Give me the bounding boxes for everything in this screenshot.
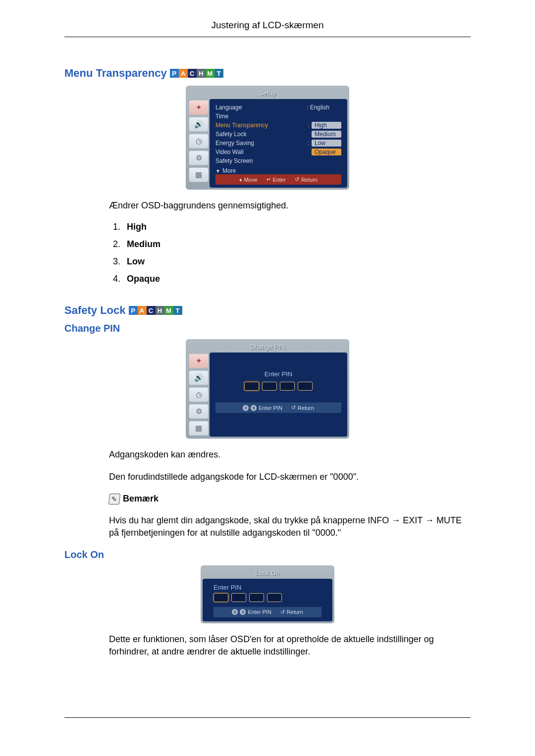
sidebar-setup-icon: ⚙ [189,404,209,419]
heading-text: Menu Transparency [64,67,167,80]
badge-m: M [206,69,214,78]
footer-move: ♦ Move [239,176,258,183]
pin-box[interactable] [214,593,228,602]
subheading-change-pin: Change PIN [64,323,471,334]
opt-high: High [312,122,341,129]
enter-pin-label: Enter PIN [214,584,321,591]
badge-p: P [170,69,179,78]
footer-enter-pin: 09 Enter PIN [232,609,271,615]
menu-transparency-body: Ændrer OSD-baggrundens gennemsigtighed. [109,200,471,212]
list-item: High [123,222,471,232]
osd-sidebar: ✦ 🔊 ◷ ⚙ ▦ [188,99,210,188]
badge-t: T [173,306,182,315]
page-header: Justering af LCD-skærmen [64,20,471,37]
change-pin-body2: Den forudindstillede adgangskode for LCD… [109,471,471,483]
osd-setup-title: Setup [188,88,347,99]
badge-c: C [147,306,156,315]
sidebar-timer-icon: ◷ [189,387,209,402]
osd-change-pin: Change PIN ✦ 🔊 ◷ ⚙ ▦ Enter PIN 09 Enter … [186,339,349,439]
sidebar-picture-icon: ✦ [189,353,209,368]
footer-enter-pin: 09 Enter PIN [243,404,282,411]
sidebar-picture2-icon: ▦ [189,421,209,436]
sidebar-sound-icon: 🔊 [189,117,209,132]
footer-return: ↺ Return [295,176,318,183]
row-safety-screen: Safety Screen [215,157,341,164]
footer-return: ↺ Return [291,404,314,411]
badge-a: A [138,306,147,315]
pin-boxes [244,382,313,391]
list-item: Opaque [123,274,471,284]
subheading-lock-on: Lock On [64,549,471,560]
badge-h: H [156,306,164,315]
pin-boxes [214,593,321,602]
pin-box[interactable] [262,382,277,391]
note-icon: ✎ [108,494,120,504]
osd-lock-on: Lock On Enter PIN 09 Enter PIN ↺ Return [201,565,334,623]
list-item: Low [123,256,471,267]
sidebar-picture2-icon: ▦ [189,167,209,182]
pin-box[interactable] [280,382,295,391]
osd-change-pin-title: Change PIN [188,341,347,353]
row-time: Time [215,113,341,120]
row-language-value: : English [307,104,341,111]
sidebar-sound-icon: 🔊 [189,370,209,385]
osd-lock-on-title: Lock On [203,567,332,579]
footer-return: ↺ Return [280,609,303,615]
change-pin-body1: Adgangskoden kan ændres. [109,449,471,461]
pin-box[interactable] [267,593,282,602]
row-video-wall: Video Wall [215,149,308,155]
sep: : [308,122,312,129]
footer-enter: ↵ Enter [267,176,286,183]
footer-rule [64,717,471,718]
pin-box[interactable] [298,382,313,391]
pin-box[interactable] [231,593,246,602]
heading-menu-transparency: Menu Transparency P A C H M T [64,67,471,80]
input-badges: P A C H M T [129,306,182,315]
osd-footer: ♦ Move ↵ Enter ↺ Return [215,174,341,185]
pin-box[interactable] [244,382,259,391]
menu-transparency-options: High Medium Low Opaque [123,222,471,284]
opt-medium: Medium [312,131,341,138]
opt-low: Low [312,140,341,147]
osd-change-pin-panel: Enter PIN 09 Enter PIN ↺ Return [210,353,347,437]
heading-safety-lock: Safety Lock P A C H M T [64,304,471,317]
badge-c: C [188,69,197,78]
input-badges: P A C H M T [170,69,223,78]
heading-text: Safety Lock [64,304,126,317]
badge-a: A [179,69,188,78]
lock-on-body: Dette er funktionen, som låser OSD'en fo… [109,633,471,658]
badge-p: P [129,306,138,315]
osd-sidebar: ✦ 🔊 ◷ ⚙ ▦ [188,353,210,437]
osd-setup: Setup ✦ 🔊 ◷ ⚙ ▦ Language: English Time M… [186,86,349,190]
osd-lock-on-panel: Enter PIN 09 Enter PIN ↺ Return [203,579,332,621]
sidebar-picture-icon: ✦ [189,100,209,115]
badge-m: M [164,306,173,315]
osd-footer: 09 Enter PIN ↺ Return [214,607,321,617]
row-energy-saving: Energy Saving [215,140,308,147]
list-item: Medium [123,239,471,250]
sidebar-timer-icon: ◷ [189,134,209,149]
osd-more: ▼More [215,167,341,174]
osd-setup-panel: Language: English Time Menu Transparency… [210,99,347,188]
row-language: Language [215,104,307,111]
sidebar-setup-icon: ⚙ [189,151,209,165]
row-safety-lock: Safety Lock [215,131,308,138]
row-menu-transparency: Menu Transparency [215,122,308,129]
enter-pin-label: Enter PIN [265,370,292,378]
badge-t: T [214,69,223,78]
pin-box[interactable] [249,593,264,602]
sep2: : [308,140,312,147]
badge-h: H [197,69,206,78]
note-text: Hvis du har glemt din adgangskode, skal … [109,514,471,539]
osd-footer: 09 Enter PIN ↺ Return [215,403,341,413]
note-label: Bemærk [123,494,159,504]
opt-opaque: Opaque [312,149,341,155]
